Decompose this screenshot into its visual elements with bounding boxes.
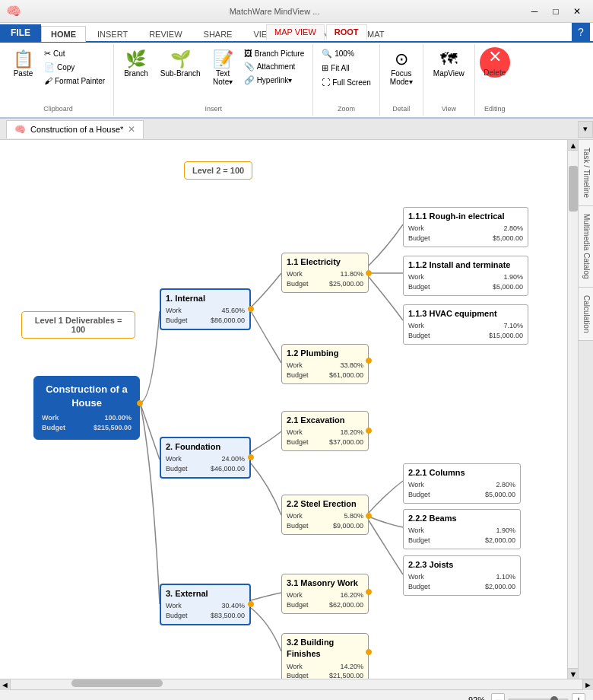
clipboard-group-label: Clipboard [43, 103, 73, 113]
foundation-node[interactable]: 2. Foundation Work24.00% Budget$46,000.0… [160, 437, 251, 479]
scroll-thumb[interactable] [569, 166, 578, 212]
sub-branch-button[interactable]: 🌱 Sub-Branch [155, 47, 206, 81]
doc-tab-close[interactable]: ✕ [128, 124, 135, 135]
copy-button[interactable]: 📄 Copy [40, 61, 109, 74]
h-scroll-track [11, 679, 582, 689]
h-scroll-thumb[interactable] [71, 679, 163, 687]
zoom-100-button[interactable]: 🔍 100% [318, 47, 358, 60]
scrollbar-vertical[interactable]: ▲ ▼ [567, 140, 578, 679]
mind-map-canvas[interactable]: ▲ ▼ [0, 140, 578, 679]
tab-root[interactable]: ROOT [326, 24, 367, 40]
editing-group: ✕ Delete Editing [475, 44, 515, 116]
calculation-panel[interactable]: Calculation [579, 288, 593, 341]
attachment-label: Attachment [257, 62, 296, 71]
ribbon-tab-bar: MAP VIEW ROOT FILE HOME INSERT REVIEW SH… [0, 23, 593, 43]
doc-tab-bar: 🧠 Construction of a House* ✕ ▾ [0, 119, 593, 140]
electricity-node[interactable]: 1.1 Electricity Work11.80% Budget$25,000… [281, 253, 369, 293]
title-bar-text: MatchWare MindView ... [24, 7, 525, 16]
fit-all-label: Fit All [331, 64, 349, 72]
install-terminate-node[interactable]: 1.1.2 Install and terminate Work1.90% Bu… [403, 256, 528, 296]
mapview-label: MapView [433, 69, 465, 78]
close-button[interactable]: ✕ [567, 4, 587, 19]
zoom-level: 92% [468, 695, 485, 701]
paste-button[interactable]: 📋 Paste [8, 47, 39, 81]
insert-group-label: Insert [205, 103, 222, 113]
masonry-work-node[interactable]: 3.1 Masonry Work Work16.20% Budget$62,00… [281, 574, 369, 614]
full-screen-button[interactable]: ⛶ Full Screen [318, 76, 375, 88]
focus-mode-button[interactable]: ⊙ FocusMode▾ [385, 47, 418, 90]
minimize-button[interactable]: ─ [525, 4, 544, 19]
format-painter-button[interactable]: 🖌 Format Painter [40, 75, 109, 87]
external-node[interactable]: 3. External Work30.40% Budget$83,500.00 [160, 584, 251, 625]
copy-label: Copy [57, 63, 75, 72]
excavation-connector-dot [366, 428, 372, 434]
tab-share[interactable]: SHARE [194, 26, 243, 42]
hvac-node[interactable]: 1.1.3 HVAC equipment Work7.10% Budget$15… [403, 304, 528, 345]
rough-electrical-node[interactable]: 1.1.1 Rough-in electrical Work2.80% Budg… [403, 207, 528, 247]
task-timeline-panel[interactable]: Task / Timeline [579, 140, 593, 206]
delete-button[interactable]: ✕ Delete [480, 47, 510, 78]
help-button[interactable]: ? [572, 23, 590, 41]
root-node[interactable]: Construction of aHouse Work100.00% Budge… [33, 376, 140, 440]
cut-button[interactable]: ✂ Cut [40, 47, 109, 60]
tab-review[interactable]: REVIEW [139, 26, 192, 42]
scroll-up-button[interactable]: ▲ [568, 140, 578, 151]
hyperlink-button[interactable]: 🔗 Hyperlink▾ [240, 74, 309, 87]
tab-file[interactable]: FILE [0, 24, 41, 41]
tab-insert[interactable]: INSERT [87, 26, 138, 42]
steel-erection-node[interactable]: 2.2 Steel Erection Work5.80% Budget$9,00… [281, 495, 369, 535]
masonry-work-title: 3.1 Masonry Work [287, 578, 363, 589]
install-terminate-title: 1.1.2 Install and terminate [408, 259, 523, 271]
branch-picture-button[interactable]: 🖼 Branch Picture [240, 47, 309, 59]
scrollbar-horizontal[interactable]: ◄ ► [0, 679, 593, 689]
delete-icon: ✕ [488, 49, 502, 65]
zoom-group-label: Zoom [338, 103, 355, 113]
copy-icon: 📄 [44, 62, 55, 72]
hvac-title: 1.1.3 HVAC equipment [408, 308, 523, 320]
level1-info-box: Level 1 Deliverables =100 [21, 311, 135, 339]
rough-electrical-title: 1.1.1 Rough-in electrical [408, 211, 523, 222]
building-finishes-connector-dot [366, 649, 372, 655]
branch-button[interactable]: 🌿 Branch [119, 47, 154, 81]
zoom-slider-thumb[interactable] [550, 696, 558, 701]
scroll-left-button[interactable]: ◄ [0, 679, 11, 690]
multimedia-catalog-panel[interactable]: Multimedia Catalog [579, 206, 593, 288]
mapview-button[interactable]: 🗺 MapView [428, 47, 470, 81]
tab-home[interactable]: HOME [41, 26, 86, 42]
foundation-connector-dot [248, 454, 254, 460]
zoom-in-button[interactable]: + [572, 693, 585, 701]
view-group-label: View [442, 103, 456, 113]
columns-node[interactable]: 2.2.1 Columns Work2.80% Budget$5,000.00 [403, 463, 521, 504]
building-finishes-node[interactable]: 3.2 Building Finishes Work14.20% Budget$… [281, 633, 369, 679]
branch-picture-label: Branch Picture [255, 49, 305, 58]
status-bar: 92% − + [0, 689, 593, 700]
attachment-icon: 📎 [244, 62, 255, 72]
app-icon: 🧠 [6, 4, 21, 18]
level2-info-box: Level 2 = 100 [184, 161, 252, 180]
doc-tab-main[interactable]: 🧠 Construction of a House* ✕ [6, 120, 144, 138]
masonry-connector-dot [366, 589, 372, 595]
beams-node[interactable]: 2.2.2 Beams Work1.90% Budget$2,000.00 [403, 509, 521, 549]
internal-node[interactable]: 1. Internal Work45.60% Budget$86,000.00 [160, 288, 251, 330]
insert-content: 🌿 Branch 🌱 Sub-Branch 📝 TextNote▾ 🖼 Bran… [119, 47, 308, 103]
text-note-button[interactable]: 📝 TextNote▾ [208, 47, 239, 90]
sub-branch-label: Sub-Branch [160, 69, 201, 78]
scroll-down-button[interactable]: ▼ [568, 668, 578, 679]
doc-tab-icon: 🧠 [14, 124, 26, 135]
text-note-label: TextNote▾ [213, 69, 233, 86]
excavation-node[interactable]: 2.1 Excavation Work18.20% Budget$37,000.… [281, 411, 369, 451]
joists-node[interactable]: 2.2.3 Joists Work1.10% Budget$2,000.00 [403, 555, 521, 596]
cut-label: Cut [53, 49, 65, 58]
zoom-group: 🔍 100% ⊞ Fit All ⛶ Full Screen Zoom [313, 44, 380, 116]
tab-scroll-right[interactable]: ▾ [578, 121, 593, 138]
scroll-right-button[interactable]: ► [582, 679, 593, 690]
sub-branch-icon: 🌱 [170, 51, 191, 68]
plumbing-node[interactable]: 1.2 Plumbing Work33.80% Budget$61,000.00 [281, 344, 369, 384]
zoom-out-button[interactable]: − [491, 693, 505, 701]
electricity-title: 1.1 Electricity [287, 256, 363, 268]
tab-map-view[interactable]: MAP VIEW [266, 24, 325, 40]
attachment-button[interactable]: 📎 Attachment [240, 60, 309, 73]
fit-all-button[interactable]: ⊞ Fit All [318, 62, 353, 75]
clipboard-small-btns: ✂ Cut 📄 Copy 🖌 Format Painter [40, 47, 109, 87]
maximize-button[interactable]: □ [546, 4, 566, 19]
